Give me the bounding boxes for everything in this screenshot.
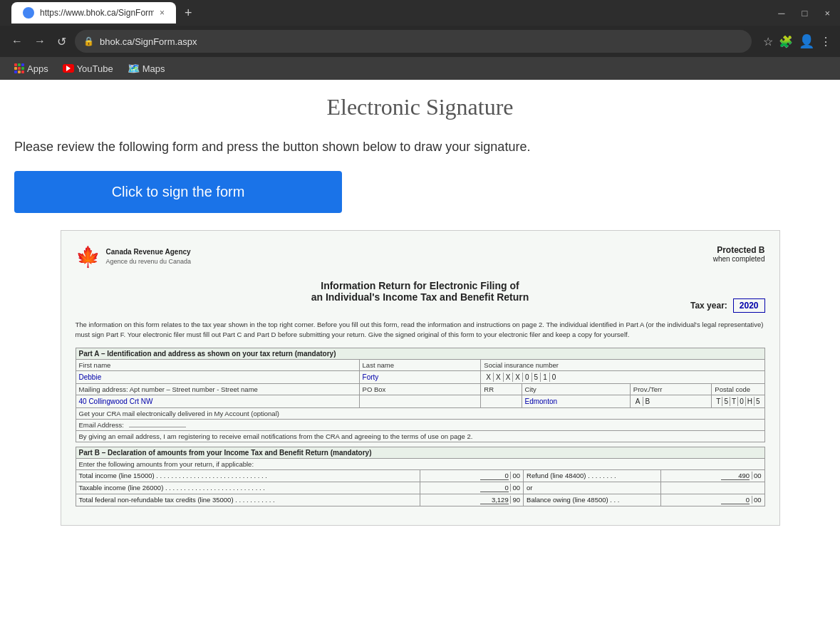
income-line-2-label: Taxable income (line 26000) . . . . . . …	[79, 484, 418, 492]
new-tab-button[interactable]: +	[179, 6, 198, 21]
address-bar: ← → ↺ 🔒 bhok.ca/SignForm.aspx ☆ 🧩 👤 ⋮	[0, 26, 840, 57]
income-line-1-label: Total income (line 15000) . . . . . . . …	[79, 472, 418, 479]
maple-leaf-icon: 🍁	[76, 245, 100, 269]
form-header: 🍁 Canada Revenue Agency Agence du revenu…	[76, 245, 765, 269]
part-b-header: Part B – Declaration of amounts from you…	[76, 447, 764, 458]
city-value: Edmonton	[525, 397, 627, 405]
tab-title: https://www.bhok.ca/SignForm.a	[40, 8, 154, 18]
bookmark-star-icon[interactable]: ☆	[763, 35, 773, 48]
apps-label: Apps	[27, 63, 48, 74]
city-label: City	[525, 385, 627, 393]
cra-logo: 🍁 Canada Revenue Agency Agence du revenu…	[76, 245, 192, 269]
url-bar[interactable]: 🔒 bhok.ca/SignForm.aspx	[75, 30, 752, 53]
mailing-label: Mailing address: Apt number – Street num…	[79, 385, 356, 393]
prov-label: Prov./Terr	[633, 385, 709, 393]
page-content: Electronic Signature Please review the f…	[0, 80, 840, 540]
first-name-label: First name	[79, 361, 356, 369]
refund-sep: 00	[752, 472, 762, 479]
income-line-1-amount: 0	[480, 472, 509, 480]
account-icon[interactable]: 👤	[799, 33, 814, 49]
income-line-3-amount: 3,129	[480, 496, 509, 504]
part-a-table: Part A – Identification and address as s…	[76, 348, 765, 442]
income-line-3-label: Total federal non-refundable tax credits…	[79, 496, 418, 504]
window-controls: ─ □ ×	[774, 6, 834, 20]
maps-icon: 🗺️	[128, 63, 140, 74]
close-window-button[interactable]: ×	[820, 6, 834, 20]
cra-mail-label: Get your CRA mail electronically deliver…	[79, 410, 762, 417]
title-bar: https://www.bhok.ca/SignForm.a × + ─ □ ×	[0, 0, 840, 26]
protected-b: Protected B when completed	[713, 245, 765, 263]
browser-chrome: https://www.bhok.ca/SignForm.a × + ─ □ ×…	[0, 0, 840, 80]
minimize-button[interactable]: ─	[774, 6, 789, 20]
agency-en: Canada Revenue Agency	[106, 247, 192, 257]
tax-year-value: 2020	[733, 298, 765, 313]
form-intro: The information on this form relates to …	[76, 320, 765, 341]
tab-close-btn[interactable]: ×	[160, 8, 165, 18]
tab-favicon	[23, 7, 34, 19]
when-completed: when completed	[713, 255, 765, 263]
active-tab[interactable]: https://www.bhok.ca/SignForm.a ×	[11, 2, 176, 24]
part-b-table: Part B – Declaration of amounts from you…	[76, 447, 765, 506]
bookmark-maps[interactable]: 🗺️ Maps	[122, 61, 171, 76]
menu-icon[interactable]: ⋮	[820, 35, 831, 48]
email-label: Email Address:	[79, 421, 762, 429]
income-line-2-amount: 0	[480, 484, 509, 492]
instructions-text: Please review the following form and pre…	[14, 137, 826, 157]
po-box-label: PO Box	[363, 385, 478, 393]
bookmark-apps[interactable]: Apps	[9, 62, 54, 76]
bookmark-youtube[interactable]: YouTube	[57, 62, 119, 76]
url-text: bhok.ca/SignForm.aspx	[100, 36, 743, 47]
balance-amount: 0	[721, 496, 750, 504]
refund-amount: 490	[721, 472, 750, 480]
maximize-button[interactable]: □	[798, 6, 812, 20]
forward-button[interactable]: →	[31, 32, 48, 51]
mailing-value: 40 Collingwood Crt NW	[79, 397, 356, 405]
tab-bar: https://www.bhok.ca/SignForm.a × +	[6, 0, 774, 26]
form-title-line1: Information Return for Electronic Filing…	[76, 280, 765, 291]
postal-label: Postal code	[715, 385, 761, 393]
refund-label: Refund (line 48400) . . . . . . . .	[527, 472, 658, 479]
sin-label: Social insurance number	[484, 361, 761, 369]
rr-label: RR	[484, 385, 518, 393]
youtube-icon	[63, 64, 74, 73]
income-line-1-sep: 00	[510, 472, 520, 479]
tax-year-label: Tax year:	[690, 301, 727, 311]
postal-value: T 5 T 0 H 5	[715, 397, 761, 406]
youtube-label: YouTube	[77, 63, 113, 74]
agency-fr: Agence du revenu du Canada	[106, 257, 192, 266]
svg-point-0	[24, 9, 33, 17]
apps-grid-icon	[14, 63, 24, 73]
prov-value: A B	[633, 397, 709, 406]
maps-label: Maps	[142, 63, 165, 74]
sign-form-button[interactable]: Click to sign the form	[14, 171, 342, 213]
last-name-label: Last name	[363, 361, 478, 369]
sin-value: X X X X 0 5 1 0	[484, 373, 761, 382]
extensions-icon[interactable]: 🧩	[779, 35, 793, 48]
address-actions: ☆ 🧩 👤 ⋮	[763, 33, 831, 49]
first-name-value: Debbie	[79, 373, 356, 381]
balance-label: Balance owing (line 48500) . . .	[527, 496, 658, 504]
last-name-value: Forty	[363, 373, 478, 381]
enter-amounts-label: Enter the following amounts from your re…	[79, 460, 762, 468]
email-notice: By giving an email address, I am registe…	[79, 432, 762, 440]
or-label: or	[527, 484, 658, 492]
back-button[interactable]: ←	[9, 32, 26, 51]
refresh-button[interactable]: ↺	[54, 32, 69, 51]
part-a-header: Part A – Identification and address as s…	[76, 348, 764, 359]
agency-text: Canada Revenue Agency Agence du revenu d…	[106, 247, 192, 266]
page-title: Electronic Signature	[14, 94, 826, 120]
lock-icon: 🔒	[83, 36, 94, 46]
protected-label: Protected B	[713, 245, 765, 255]
bookmarks-bar: Apps YouTube 🗺️ Maps	[0, 57, 840, 80]
form-document: 🍁 Canada Revenue Agency Agence du revenu…	[61, 230, 780, 526]
